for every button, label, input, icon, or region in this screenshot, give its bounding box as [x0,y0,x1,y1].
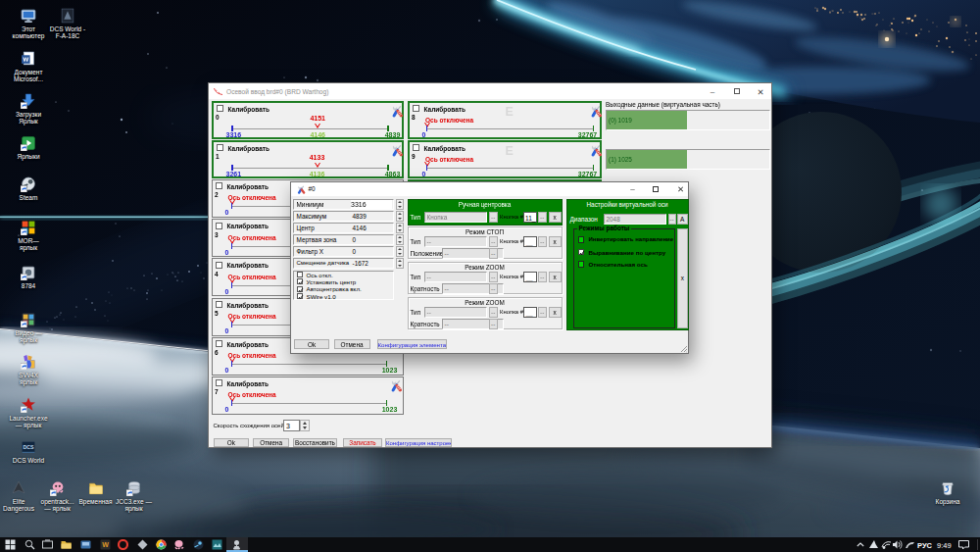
svg-text:W: W [102,541,109,548]
svg-text:DCS: DCS [23,444,34,450]
